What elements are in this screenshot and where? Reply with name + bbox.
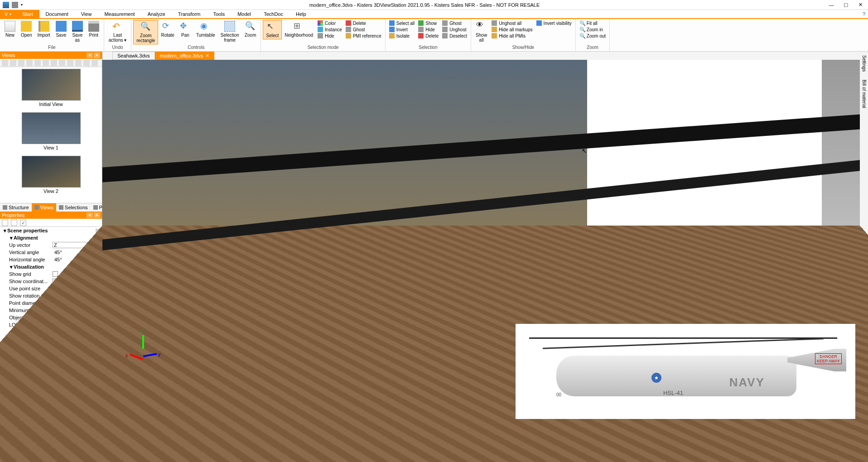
help-icon[interactable]: ?	[860, 10, 868, 18]
sh-hidepmis-button[interactable]: Hide all PMIs	[490, 33, 534, 39]
neighborhood-button[interactable]: Neighborhood	[282, 20, 316, 38]
tab-selections[interactable]: Selections	[56, 203, 91, 212]
doctab-seahawk[interactable]: Seahawk.3dvs	[112, 52, 155, 60]
3d-viewport[interactable]: Z X Y ★ NAVY HSL-41 DANGER KEEP AWAY 00 …	[102, 60, 860, 428]
tab-model[interactable]: Model	[231, 10, 257, 18]
tab-transform[interactable]: Transform	[172, 10, 207, 18]
sm-ghost-button[interactable]: Ghost	[344, 26, 383, 33]
unghostall-icon	[492, 20, 497, 26]
minimize-button[interactable]: —	[828, 2, 834, 8]
maximize-button[interactable]: ▢	[843, 2, 849, 8]
panel-pin-button[interactable]: ▾	[87, 53, 93, 58]
tab-structure[interactable]: Structure	[0, 203, 32, 212]
import-button[interactable]: Import	[34, 20, 53, 38]
view-item-2[interactable]: View 2	[22, 156, 81, 195]
prop-section-scene[interactable]: ▾Scene properties	[0, 227, 102, 234]
sel-delete-button[interactable]: Delete	[416, 33, 440, 39]
saveas-button[interactable]: Save as	[69, 20, 86, 43]
tab-analyze[interactable]: Analyze	[141, 10, 172, 18]
document-tabs: Seahawk.3dvs modern_office.3dvs✕	[102, 52, 860, 60]
sm-delete-button[interactable]: Delete	[344, 20, 383, 26]
sh-hidemarkups-button[interactable]: Hide all markups	[490, 26, 534, 33]
right-tab-bom[interactable]: Bill of material	[861, 78, 867, 110]
sel-invert-button[interactable]: Invert	[387, 26, 417, 33]
tab-views[interactable]: Views	[32, 203, 56, 212]
views-tb-btn[interactable]	[59, 60, 65, 66]
print-button[interactable]: Print	[86, 20, 102, 38]
pan-button[interactable]: Pan	[177, 20, 193, 38]
center: Seahawk.3dvs modern_office.3dvs✕ Z X Y ★	[102, 52, 860, 462]
qat-dropdown-icon[interactable]: ▾	[21, 3, 23, 7]
prop-section-alignment[interactable]: ▾Alignment	[0, 234, 102, 241]
structure-icon	[3, 205, 7, 210]
view-item-1[interactable]: View 1	[22, 112, 81, 151]
qat-save-icon[interactable]	[3, 2, 9, 8]
show-all-button[interactable]: Show all	[473, 20, 490, 43]
views-tb-btn[interactable]	[10, 60, 16, 66]
zoom-button[interactable]: Zoom	[242, 20, 259, 38]
props-tb-btn[interactable]: ✓	[20, 220, 26, 226]
sel-hide-button[interactable]: Hide	[416, 26, 440, 33]
selection-frame-button[interactable]: Selection frame	[218, 20, 242, 43]
close-tab-icon[interactable]: ✕	[206, 53, 209, 58]
delete-icon	[346, 20, 351, 26]
views-tb-btn[interactable]	[34, 60, 41, 66]
save-button[interactable]: Save	[53, 20, 69, 38]
turntable-button[interactable]: Turntable	[193, 20, 218, 38]
open-button[interactable]: Open	[18, 20, 34, 38]
hide-icon	[418, 27, 424, 32]
rotate-button[interactable]: Rotate	[158, 20, 177, 38]
views-tb-btn[interactable]	[92, 60, 98, 66]
tab-tools[interactable]: Tools	[207, 10, 231, 18]
sel-ghost-button[interactable]: Ghost	[440, 20, 469, 26]
ribbon-group-undo: Last actions ▾ Undo	[104, 19, 131, 51]
new-button[interactable]: New	[2, 20, 18, 38]
views-tb-btn[interactable]	[67, 60, 73, 66]
panel-close-button[interactable]: ✕	[94, 53, 100, 58]
tab-help[interactable]: Help	[289, 10, 313, 18]
sm-color-button[interactable]: Color	[316, 20, 344, 26]
views-tb-btn[interactable]	[43, 60, 49, 66]
z-fitall-button[interactable]: 🔍Fit all	[578, 20, 608, 26]
tab-measurement[interactable]: Measurement	[98, 10, 141, 18]
sel-selectall-button[interactable]: Select all	[387, 20, 417, 26]
sh-unghostall-button[interactable]: Unghost all	[490, 20, 534, 26]
sel-isolate-button[interactable]: Isolate	[387, 33, 417, 39]
panel-pin-button[interactable]: ▾	[87, 212, 93, 218]
sm-instance-button[interactable]: Instance	[316, 26, 344, 33]
sel-unghost-button[interactable]: Unghost	[440, 26, 469, 33]
views-panel-header: Views ▾ ✕	[0, 52, 102, 59]
tab-start[interactable]: Start	[16, 10, 39, 18]
tab-techdoc[interactable]: TechDoc	[257, 10, 289, 18]
views-tb-btn[interactable]	[51, 60, 57, 66]
right-tab-settings[interactable]: Settings	[861, 53, 867, 73]
close-button[interactable]: ✕	[857, 2, 863, 8]
props-tb-btn[interactable]	[11, 220, 17, 226]
zoom-rectangle-button[interactable]: Zoom rectangle	[133, 20, 158, 44]
z-zoomin-button[interactable]: 🔍Zoom in	[578, 26, 608, 33]
views-tb-btn[interactable]	[18, 60, 24, 66]
z-zoomout-button[interactable]: 🔍Zoom out	[578, 33, 608, 39]
file-menu-button[interactable]: V	[0, 10, 16, 18]
qat-icon[interactable]	[12, 2, 18, 8]
sm-hide-button[interactable]: Hide	[316, 33, 344, 39]
views-tb-btn[interactable]	[83, 60, 90, 66]
doctab-modern-office[interactable]: modern_office.3dvs✕	[155, 52, 215, 60]
tab-document[interactable]: Document	[39, 10, 75, 18]
secondary-view-inset[interactable]: ★ NAVY HSL-41 DANGER KEEP AWAY 00	[516, 324, 855, 419]
sm-pmi-button[interactable]: PMI reference	[344, 33, 383, 39]
select-button[interactable]: Select	[263, 20, 282, 39]
sel-show-button[interactable]: Show	[416, 20, 440, 26]
views-tb-btn[interactable]	[26, 60, 33, 66]
panel-close-button[interactable]: ✕	[94, 212, 100, 218]
showgrid-checkbox[interactable]	[53, 271, 58, 277]
views-tb-btn[interactable]	[75, 60, 82, 66]
selections-icon	[59, 205, 63, 210]
last-actions-button[interactable]: Last actions ▾	[106, 20, 129, 43]
views-tb-btn[interactable]	[2, 60, 8, 66]
sh-invertvis-button[interactable]: Invert visibility	[535, 20, 574, 26]
view-item-initial[interactable]: Initial View	[22, 69, 81, 108]
sel-deselect-button[interactable]: Deselect	[440, 33, 469, 39]
props-tb-btn[interactable]	[2, 220, 8, 226]
tab-view[interactable]: View	[75, 10, 98, 18]
